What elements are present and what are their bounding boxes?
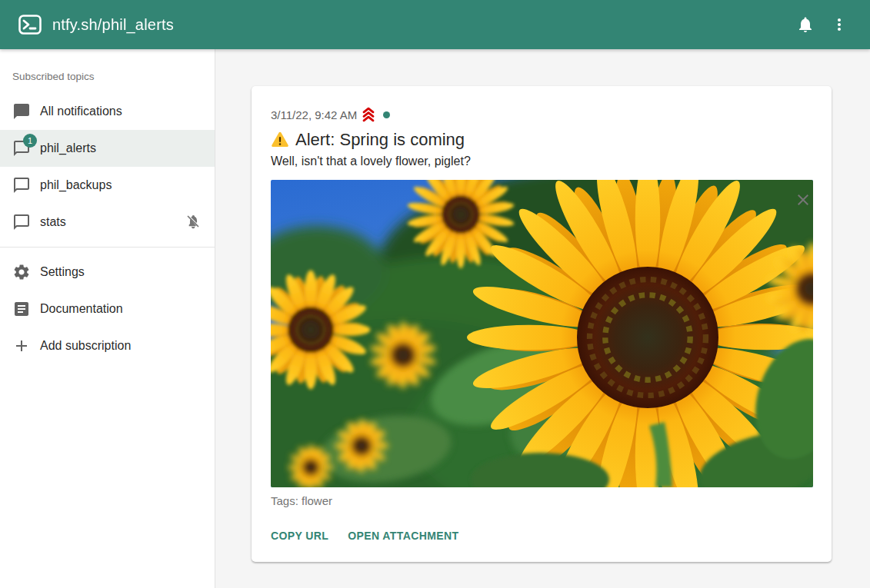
chat-filled-icon xyxy=(12,102,31,121)
sidebar-item-label: Documentation xyxy=(40,302,202,316)
sidebar-item-add-subscription[interactable]: Add subscription xyxy=(0,327,215,364)
overflow-menu-button[interactable] xyxy=(822,8,856,42)
subscribed-topics-label: Subscribed topics xyxy=(0,65,215,93)
sidebar-item-stats[interactable]: stats xyxy=(0,204,215,241)
notification-card: 3/11/22, 9:42 AM Alert: Spring is coming… xyxy=(252,86,832,562)
gear-icon xyxy=(12,263,31,281)
priority-max-icon xyxy=(360,106,377,123)
notification-body: Well, isn't that a lovely flower, piglet… xyxy=(271,154,813,168)
close-icon xyxy=(794,191,812,209)
close-notification-button[interactable] xyxy=(793,191,813,211)
notification-title: Alert: Spring is coming xyxy=(271,130,813,150)
page-title: ntfy.sh/phil_alerts xyxy=(52,16,788,34)
ntfy-terminal-logo-icon xyxy=(18,15,42,35)
more-vert-icon xyxy=(830,15,848,34)
unread-dot xyxy=(383,111,390,118)
article-icon xyxy=(12,300,31,318)
app-bar: ntfy.sh/phil_alerts xyxy=(0,0,870,49)
sidebar-item-all-notifications[interactable]: All notifications xyxy=(0,93,215,130)
open-attachment-button[interactable]: OPEN ATTACHMENT xyxy=(348,527,458,545)
sidebar-item-label: Settings xyxy=(40,265,202,279)
sidebar-item-label: All notifications xyxy=(40,105,202,118)
chat-outline-icon xyxy=(12,176,31,194)
sidebar: Subscribed topics All notifications 1 ph… xyxy=(0,49,215,588)
copy-url-button[interactable]: COPY URL xyxy=(271,527,328,545)
timestamp: 3/11/22, 9:42 AM xyxy=(271,108,357,121)
sidebar-item-label: Add subscription xyxy=(40,339,202,353)
chat-outline-icon xyxy=(12,213,31,231)
sidebar-item-settings[interactable]: Settings xyxy=(0,254,215,291)
warning-icon xyxy=(271,131,289,148)
plus-icon xyxy=(12,337,31,355)
sidebar-item-documentation[interactable]: Documentation xyxy=(0,291,215,327)
card-actions: COPY URL OPEN ATTACHMENT xyxy=(271,527,813,545)
tags-text: Tags: flower xyxy=(271,494,813,507)
notification-meta-row: 3/11/22, 9:42 AM xyxy=(271,106,813,123)
sidebar-item-phil-backups[interactable]: phil_backups xyxy=(0,167,215,204)
notifications-bell-button[interactable] xyxy=(788,8,822,42)
bell-icon xyxy=(796,15,815,34)
attachment-image-sunflowers[interactable] xyxy=(271,180,813,487)
unread-count-badge: 1 xyxy=(23,134,37,148)
sidebar-divider xyxy=(0,247,215,247)
main-content: 3/11/22, 9:42 AM Alert: Spring is coming… xyxy=(216,49,870,588)
sidebar-item-label: stats xyxy=(40,215,184,229)
sidebar-item-label: phil_alerts xyxy=(40,141,202,155)
sidebar-item-phil-alerts[interactable]: 1 phil_alerts xyxy=(0,130,215,167)
chat-outline-icon: 1 xyxy=(12,139,31,158)
sidebar-item-label: phil_backups xyxy=(40,178,202,192)
notifications-off-icon xyxy=(184,213,202,231)
